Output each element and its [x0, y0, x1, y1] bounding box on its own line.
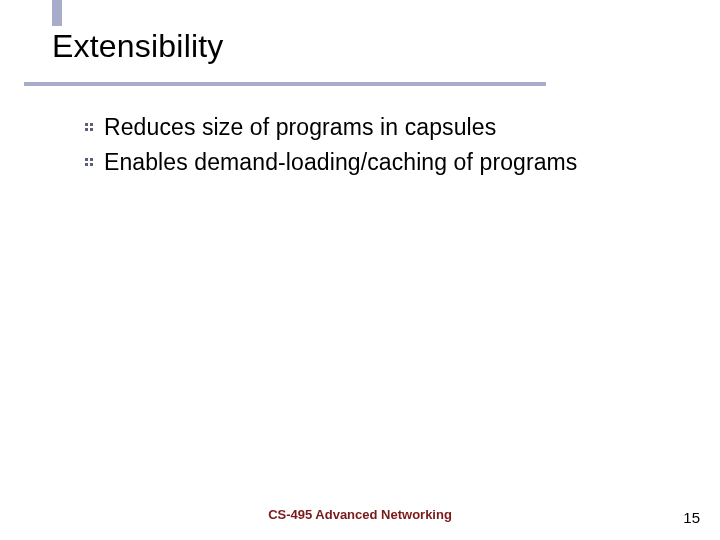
footer-text: CS-495 Advanced Networking [0, 507, 720, 522]
title-underline [24, 82, 546, 86]
slide-title: Extensibility [52, 28, 224, 65]
list-item: Reduces size of programs in capsules [85, 113, 675, 142]
bullet-list: Reduces size of programs in capsules Ena… [85, 113, 675, 184]
bullet-icon [85, 158, 94, 167]
bullet-icon [85, 123, 94, 132]
bullet-text: Reduces size of programs in capsules [104, 113, 496, 142]
bullet-text: Enables demand-loading/caching of progra… [104, 148, 577, 177]
accent-bar [52, 0, 62, 26]
list-item: Enables demand-loading/caching of progra… [85, 148, 675, 177]
slide: Extensibility Reduces size of programs i… [0, 0, 720, 540]
page-number: 15 [683, 509, 700, 526]
